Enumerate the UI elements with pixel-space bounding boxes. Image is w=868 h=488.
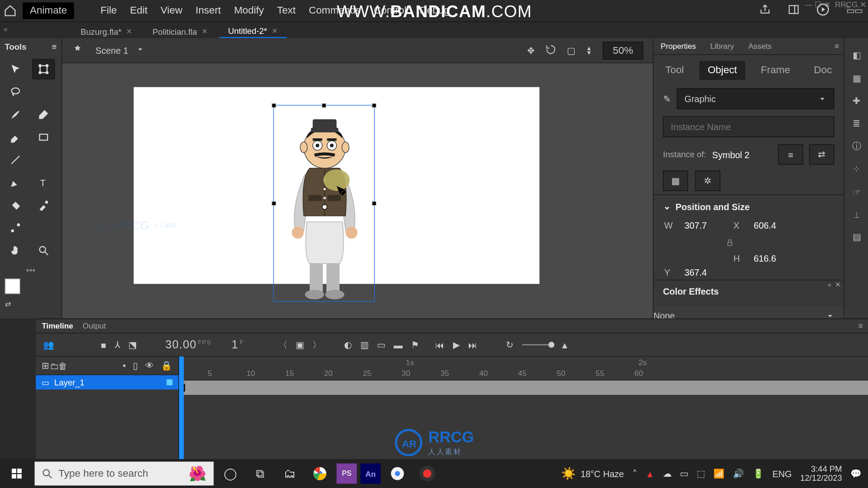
eraser-tool[interactable] xyxy=(5,127,27,146)
prev-keyframe-icon[interactable]: 〈 xyxy=(278,339,288,350)
tray-expand-icon[interactable]: ˄ xyxy=(632,468,637,479)
close-icon[interactable]: ✕ xyxy=(126,28,132,36)
resize-handle[interactable] xyxy=(272,201,277,206)
eyedropper-tool[interactable] xyxy=(33,196,54,215)
rail-icon[interactable]: ≣ xyxy=(853,118,860,129)
windows-taskbar[interactable]: Type here to search 🌺 ◯ ⧉ 🗂 PS An ☀️18°C… xyxy=(0,459,868,488)
layer-row[interactable]: ▭ Layer_1 xyxy=(36,375,178,389)
y-value[interactable]: 367.4 xyxy=(684,267,726,277)
step-back-icon[interactable]: ⏮ xyxy=(435,340,444,350)
panel-tab-library[interactable]: Library xyxy=(703,38,741,54)
language-indicator[interactable]: ENG xyxy=(773,469,792,479)
insert-keyframe-icon[interactable]: ▣ xyxy=(296,339,304,350)
instance-name-input[interactable]: Instance Name xyxy=(663,116,835,137)
new-folder-icon[interactable]: 🗀 xyxy=(50,361,59,371)
menu-file[interactable]: File xyxy=(100,5,117,17)
symbol-properties-icon[interactable]: ≡ xyxy=(778,144,803,164)
pen-tool[interactable] xyxy=(5,173,27,192)
camera-icon[interactable]: ■ xyxy=(101,340,106,350)
subtab-doc[interactable]: Doc xyxy=(806,61,840,80)
next-keyframe-icon[interactable]: 〉 xyxy=(312,339,321,350)
share-icon[interactable] xyxy=(759,4,771,17)
rail-icon[interactable]: ▦ xyxy=(853,73,861,84)
rail-icon[interactable]: ⓘ xyxy=(852,141,861,152)
clip-view-icon[interactable]: ▢ xyxy=(567,45,575,56)
instance-behavior-icon[interactable]: ✎ xyxy=(663,94,671,104)
rail-icon[interactable]: ▤ xyxy=(853,231,861,242)
rail-icon[interactable]: ◧ xyxy=(853,50,861,61)
edit-multiple-icon[interactable]: ▥ xyxy=(360,339,368,350)
network-icon[interactable]: 📶 xyxy=(713,468,725,479)
zoom-tool[interactable] xyxy=(33,241,54,260)
document-tabs[interactable]: « Buzurg.fla*✕ Politician.fla✕ Untitled-… xyxy=(0,22,868,38)
resize-handle[interactable] xyxy=(372,103,377,108)
menu-edit[interactable]: Edit xyxy=(130,5,147,17)
lock-aspect-icon[interactable] xyxy=(726,237,734,248)
height-value[interactable]: 616.6 xyxy=(754,253,795,263)
tab-politician[interactable]: Politician.fla✕ xyxy=(143,24,217,38)
edit-scene-icon[interactable] xyxy=(71,43,83,57)
onion-skin-icon[interactable]: ◐ xyxy=(344,339,352,350)
stage-center-icon[interactable]: ✥ xyxy=(527,45,535,56)
tray-clock[interactable]: 3:44 PM 12/12/2023 xyxy=(800,465,842,483)
selection-tool[interactable] xyxy=(5,60,27,79)
resize-handle[interactable] xyxy=(372,201,377,206)
taskview-icon[interactable]: ⧉ xyxy=(247,460,273,487)
menu-text[interactable]: Text xyxy=(277,5,296,17)
resize-handle[interactable] xyxy=(321,103,326,108)
timeline-ruler[interactable]: 1s 2s 5 10 15 20 25 30 35 40 45 50 55 60 xyxy=(179,357,868,380)
rail-icon[interactable]: ⁘ xyxy=(853,164,860,175)
play-icon[interactable]: ▶ xyxy=(453,339,460,350)
lasso-tool[interactable] xyxy=(5,82,27,101)
notifications-icon[interactable]: 💬 xyxy=(850,468,862,479)
onedrive-icon[interactable]: ☁ xyxy=(663,468,672,479)
rectangle-tool[interactable] xyxy=(33,127,54,146)
character-graphic[interactable] xyxy=(280,108,369,299)
width-value[interactable]: 307.7 xyxy=(684,220,726,230)
swap-symbol-icon[interactable]: ⇄ xyxy=(809,144,834,164)
cortana-icon[interactable]: ◯ xyxy=(217,460,243,487)
subtab-frame[interactable]: Frame xyxy=(752,61,798,80)
bone-tool[interactable] xyxy=(5,218,27,237)
bandicam-icon[interactable] xyxy=(414,460,440,487)
line-tool[interactable] xyxy=(5,150,27,169)
canvas[interactable]: ◯ RRCG人人素材 xyxy=(134,87,540,284)
battery-icon[interactable]: 🔋 xyxy=(753,468,764,479)
swap-colors-icon[interactable]: ⇄ xyxy=(5,300,11,308)
outline-layer-icon[interactable]: ▯ xyxy=(133,360,138,371)
rotate-view-icon[interactable] xyxy=(546,44,557,57)
step-fwd-icon[interactable]: ⏭ xyxy=(468,340,477,350)
rail-icon[interactable]: ⟂ xyxy=(854,209,859,219)
close-icon[interactable]: ✕ xyxy=(202,28,208,36)
close-icon[interactable]: ✕ xyxy=(272,27,278,35)
x-value[interactable]: 606.4 xyxy=(754,220,795,230)
brush-tool[interactable] xyxy=(5,105,27,124)
text-tool[interactable]: T xyxy=(33,173,54,192)
break-apart-icon[interactable]: ▦ xyxy=(663,171,688,191)
tray-app-icon[interactable]: ▲ xyxy=(646,469,655,479)
collapse-icon[interactable]: « xyxy=(828,281,831,289)
new-layer-icon[interactable]: ⊞ xyxy=(42,360,49,371)
scene-selector[interactable]: Scene 1 xyxy=(95,45,144,55)
panel-tab-properties[interactable]: Properties xyxy=(653,38,703,54)
lock-layer-icon[interactable]: 🔒 xyxy=(161,360,172,371)
menu-view[interactable]: View xyxy=(160,5,182,17)
volume-icon[interactable]: 🔊 xyxy=(733,468,744,479)
paint-brush-tool[interactable] xyxy=(33,105,54,124)
subtab-tool[interactable]: Tool xyxy=(657,61,692,80)
phpstorm-icon[interactable]: PS xyxy=(336,464,357,484)
timeline-track[interactable] xyxy=(179,380,868,395)
rail-icon[interactable]: ☞ xyxy=(853,187,860,197)
chrome-icon[interactable] xyxy=(307,460,333,487)
close-icon[interactable]: ✕ xyxy=(835,281,840,289)
menu-modify[interactable]: Modify xyxy=(234,5,264,17)
explorer-icon[interactable]: 🗂 xyxy=(277,460,303,487)
instance-type-dropdown[interactable]: Graphic xyxy=(677,88,834,109)
panel-menu-icon[interactable]: ≡ xyxy=(52,42,57,51)
chevron-down-icon[interactable]: ⌄ xyxy=(663,201,671,212)
meet-now-icon[interactable]: ▭ xyxy=(680,468,688,479)
collapse-left-icon[interactable]: « xyxy=(4,25,8,33)
frame-view-icon[interactable]: ▬ xyxy=(394,340,403,350)
hide-layer-icon[interactable]: 👁 xyxy=(145,360,154,371)
tab-timeline[interactable]: Timeline xyxy=(42,321,73,330)
